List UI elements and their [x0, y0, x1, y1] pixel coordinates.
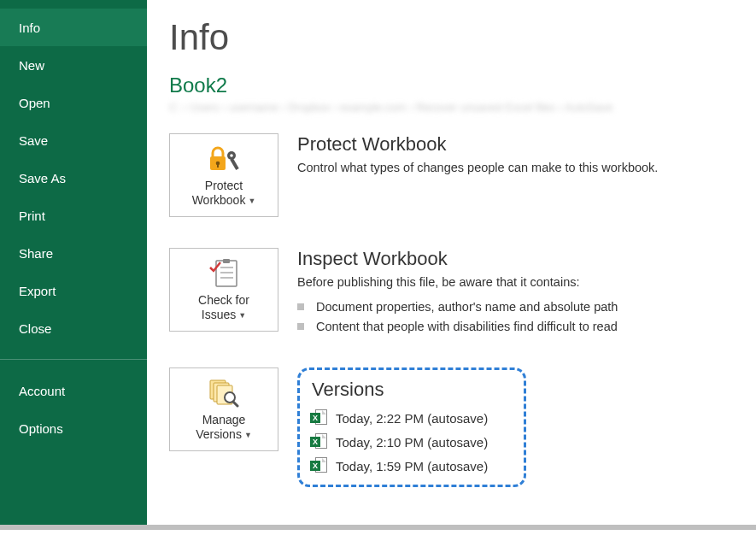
svg-line-15: [233, 402, 237, 406]
protect-workbook-button[interactable]: Protect Workbook▼: [169, 133, 278, 217]
section-versions: Manage Versions▼ Versions X Today, 2:22 …: [169, 367, 734, 487]
sidebar-item-save[interactable]: Save: [0, 121, 147, 159]
document-name: Book2: [169, 73, 734, 97]
sidebar-item-label: Share: [19, 246, 53, 261]
svg-rect-5: [230, 158, 238, 170]
sidebar-item-export[interactable]: Export: [0, 272, 147, 309]
sidebar-item-options[interactable]: Options: [0, 409, 147, 447]
sidebar-item-save-as[interactable]: Save As: [0, 159, 147, 197]
check-for-issues-button[interactable]: Check for Issues▼: [169, 248, 278, 332]
sidebar-item-label: Print: [19, 209, 45, 223]
protect-button-label-2: Workbook: [192, 193, 246, 207]
protect-button-label-1: Protect: [205, 179, 243, 192]
bullet-icon: [297, 323, 304, 330]
app-window: Info New Open Save Save As Print Share E…: [0, 0, 756, 530]
excel-file-icon: X: [310, 409, 327, 426]
sidebar-item-label: New: [19, 58, 44, 73]
sidebar-item-label: Export: [19, 284, 56, 298]
inspect-bullet-text: Document properties, author's name and a…: [316, 297, 618, 317]
dropdown-arrow-icon: ▼: [238, 311, 246, 320]
sidebar-item-label: Save: [19, 133, 48, 148]
sidebar-item-account[interactable]: Account: [0, 372, 147, 409]
documents-magnifier-icon: [207, 377, 241, 409]
section-protect: Protect Workbook▼ Protect Workbook Contr…: [169, 133, 734, 217]
main-content: Info Book2 C: › Users › username › Dropb…: [147, 0, 756, 525]
sidebar-item-print[interactable]: Print: [0, 197, 147, 234]
sidebar-item-close[interactable]: Close: [0, 309, 147, 347]
document-path: C: › Users › username › Dropbox › exampl…: [169, 101, 721, 118]
version-label: Today, 1:59 PM (autosave): [336, 459, 488, 473]
inspect-button-label-2: Issues: [202, 308, 236, 321]
version-label: Today, 2:10 PM (autosave): [336, 435, 488, 450]
backstage-sidebar: Info New Open Save Save As Print Share E…: [0, 0, 147, 525]
manage-versions-button[interactable]: Manage Versions▼: [169, 367, 278, 451]
svg-rect-7: [223, 259, 230, 263]
sidebar-item-label: Open: [19, 96, 50, 110]
sidebar-separator: [0, 359, 147, 360]
svg-point-4: [230, 154, 233, 157]
version-entry[interactable]: X Today, 2:22 PM (autosave): [310, 409, 513, 426]
sidebar-item-label: Info: [19, 21, 40, 35]
sidebar-item-open[interactable]: Open: [0, 84, 147, 121]
sidebar-item-label: Options: [19, 421, 63, 436]
svg-rect-2: [217, 164, 219, 168]
dropdown-arrow-icon: ▼: [244, 431, 252, 439]
section-inspect: Check for Issues▼ Inspect Workbook Befor…: [169, 248, 734, 337]
inspect-bullets: Document properties, author's name and a…: [297, 297, 734, 337]
inspect-bullet-item: Document properties, author's name and a…: [297, 297, 734, 317]
version-label: Today, 2:22 PM (autosave): [336, 411, 488, 426]
excel-file-icon: X: [310, 457, 327, 474]
sidebar-item-label: Save As: [19, 171, 66, 185]
sidebar-item-label: Close: [19, 321, 51, 336]
versions-button-label-1: Manage: [202, 413, 246, 426]
sidebar-item-new[interactable]: New: [0, 46, 147, 84]
bullet-icon: [297, 303, 304, 310]
versions-heading: Versions: [312, 379, 513, 401]
inspect-bullet-text: Content that people with disabilities fi…: [316, 317, 618, 337]
sidebar-item-info[interactable]: Info: [0, 9, 147, 46]
version-entry[interactable]: X Today, 2:10 PM (autosave): [310, 433, 513, 450]
inspect-heading: Inspect Workbook: [297, 248, 734, 270]
lock-key-icon: [207, 143, 241, 175]
inspect-desc: Before publishing this file, be aware th…: [297, 273, 734, 292]
sidebar-item-label: Account: [19, 384, 65, 398]
protect-desc: Control what types of changes people can…: [297, 159, 734, 178]
versions-highlight-box: Versions X Today, 2:22 PM (autosave) X T…: [297, 367, 526, 487]
excel-file-icon: X: [310, 433, 327, 450]
version-entry[interactable]: X Today, 1:59 PM (autosave): [310, 457, 513, 474]
checklist-icon: [208, 257, 240, 290]
inspect-bullet-item: Content that people with disabilities fi…: [297, 317, 734, 337]
versions-button-label-2: Versions: [196, 427, 242, 441]
dropdown-arrow-icon: ▼: [248, 197, 255, 205]
page-title: Info: [169, 17, 734, 58]
protect-heading: Protect Workbook: [297, 133, 734, 156]
sidebar-item-share[interactable]: Share: [0, 234, 147, 272]
inspect-button-label-1: Check for: [198, 293, 249, 307]
